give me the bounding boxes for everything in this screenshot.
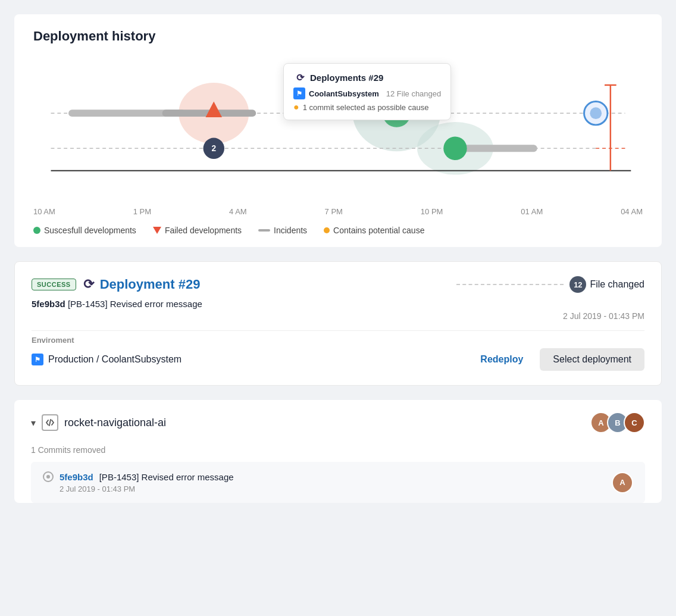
divider	[32, 330, 644, 331]
time-label-0: 10 AM	[33, 207, 55, 216]
commit-hash-display: 5fe9b3d	[60, 472, 93, 482]
env-actions: Redeploy Select deployment	[471, 348, 644, 371]
legend-potential-label: Contains potential cause	[333, 226, 424, 235]
repo-section: ▾ rocket-navigational-ai A B C 1 Commits…	[14, 400, 662, 503]
legend-incidents-label: Incidents	[274, 226, 307, 235]
environment-section: Enviroment ⚑ Production / CoolantSubsyst…	[32, 336, 644, 371]
legend-incidents: Incidents	[258, 226, 307, 235]
deployment-header: SUCCESS ⟳ Deployment #29 12 File changed	[32, 276, 644, 293]
status-badge: SUCCESS	[32, 279, 76, 290]
time-label-1: 1 PM	[133, 207, 151, 216]
svg-line-21	[49, 420, 51, 426]
deployment-sentry-icon: ⟳	[82, 278, 95, 291]
select-deployment-button[interactable]: Select deployment	[540, 348, 644, 371]
deployment-header-left: SUCCESS ⟳ Deployment #29	[32, 277, 200, 292]
deployment-commit-hash: 5fe9b3d	[32, 299, 65, 309]
time-label-4: 10 PM	[421, 207, 443, 216]
avatar-3: C	[624, 412, 645, 433]
commit-node-dot	[46, 475, 50, 479]
env-name: ⚑ Production / CoolantSubsystem	[32, 354, 181, 365]
bitbucket-icon: ⚑	[293, 87, 305, 99]
deployment-card: SUCCESS ⟳ Deployment #29 12 File changed…	[14, 261, 662, 386]
env-bitbucket-icon: ⚑	[32, 354, 43, 365]
commits-removed-label: 1 Commits removed	[14, 445, 662, 462]
repo-name: rocket-navigational-ai	[64, 417, 166, 429]
legend-success-label: Suscesfull developments	[44, 226, 136, 235]
legend-success: Suscesfull developments	[33, 226, 136, 235]
tooltip-commit: ● 1 commit selected as possible cause	[293, 102, 441, 112]
tooltip-title: ⟳ Deployments #29	[293, 71, 441, 84]
legend-failed-label: Failed developments	[165, 226, 242, 235]
legend-success-icon	[33, 227, 40, 234]
commit-author-avatar: A	[612, 472, 633, 493]
tooltip-service-row: ⚑ CoolantSubsystem 12 File changed	[293, 87, 441, 99]
time-labels: 10 AM 1 PM 4 AM 7 PM 10 PM 01 AM 04 AM	[33, 202, 643, 216]
sentry-icon: ⟳	[293, 71, 306, 84]
file-count: 12	[569, 276, 586, 293]
repo-header-left: ▾ rocket-navigational-ai	[31, 414, 166, 431]
file-changed-badge: 12 File changed	[569, 276, 644, 293]
deployment-tooltip: ⟳ Deployments #29 ⚑ CoolantSubsystem 12 …	[283, 63, 451, 120]
avatar-group: A B C	[590, 412, 645, 433]
chart-section: Deployment history	[14, 14, 662, 247]
deployment-commit-line: 5fe9b3d [PB-1453] Revised error message	[32, 299, 644, 309]
svg-rect-8	[455, 145, 537, 152]
chevron-down-icon[interactable]: ▾	[31, 417, 36, 429]
legend-incidents-icon	[258, 229, 270, 232]
svg-text:2: 2	[211, 144, 216, 153]
chart-legend: Suscesfull developments Failed developme…	[33, 226, 643, 235]
commit-node-icon	[43, 471, 54, 482]
dashed-separator	[456, 284, 564, 285]
time-label-2: 4 AM	[229, 207, 247, 216]
env-row: ⚑ Production / CoolantSubsystem Redeploy…	[32, 348, 644, 371]
repo-code-icon	[42, 414, 58, 431]
legend-potential-icon	[324, 227, 330, 233]
legend-failed-icon	[153, 227, 161, 234]
svg-point-16	[590, 107, 602, 119]
time-label-3: 7 PM	[325, 207, 343, 216]
commit-card-left: 5fe9b3d [PB-1453] Revised error message	[43, 471, 234, 482]
commit-card-content: 5fe9b3d [PB-1453] Revised error message …	[43, 471, 234, 493]
svg-point-19	[443, 137, 467, 160]
deployment-commit-message: [PB-1453] Revised error message	[68, 299, 202, 309]
deployment-title: ⟳ Deployment #29	[82, 277, 201, 292]
commit-date-display: 2 Jul 2019 - 01:43 PM	[60, 484, 234, 493]
chart-title: Deployment history	[33, 29, 643, 44]
redeploy-button[interactable]: Redeploy	[471, 348, 533, 371]
commit-card: 5fe9b3d [PB-1453] Revised error message …	[31, 462, 645, 503]
page-container: Deployment history	[14, 14, 662, 503]
legend-failed: Failed developments	[153, 226, 242, 235]
time-label-6: 04 AM	[621, 207, 643, 216]
legend-potential: Contains potential cause	[324, 226, 424, 235]
file-changed-label: File changed	[590, 279, 644, 290]
chart-area: 2 ☞ ⟳ Deployments #29 ⚑ CoolantSubsystem…	[33, 61, 643, 198]
env-label: Enviroment	[32, 336, 644, 345]
commit-message-display: [PB-1453] Revised error message	[99, 472, 234, 482]
deployment-header-right: 12 File changed	[456, 276, 644, 293]
repo-header: ▾ rocket-navigational-ai A B C	[14, 400, 662, 445]
time-label-5: 01 AM	[521, 207, 543, 216]
deployment-date: 2 Jul 2019 - 01:43 PM	[32, 311, 644, 321]
